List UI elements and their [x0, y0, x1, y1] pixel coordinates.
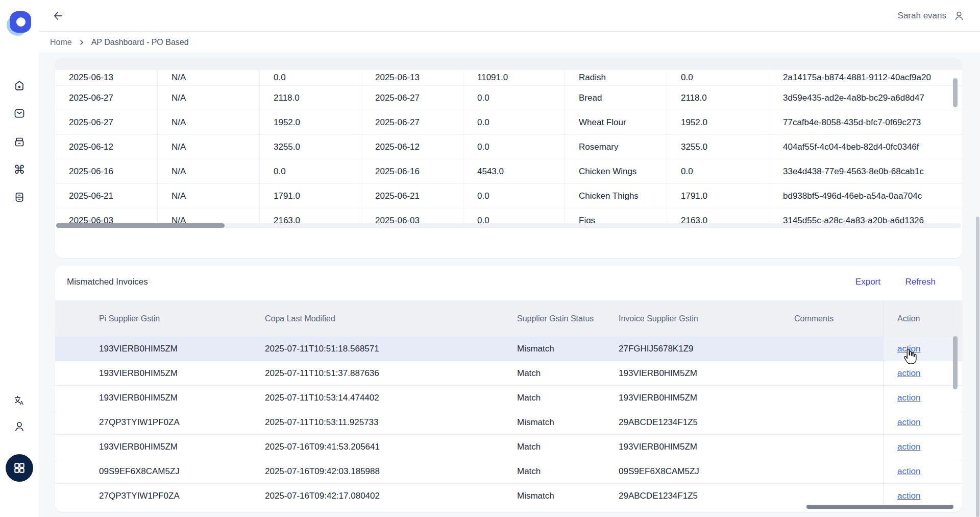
- po-cell: N/A: [158, 184, 260, 208]
- po-cell: 2118.0: [667, 86, 769, 110]
- user-name: Sarah evans: [898, 11, 946, 21]
- action-link[interactable]: action: [897, 491, 920, 501]
- po-cell: 0.0: [667, 70, 769, 85]
- person-icon[interactable]: [13, 420, 26, 433]
- po-cell: Chicken Thighs: [565, 184, 667, 208]
- status-cell: Match: [510, 386, 611, 410]
- apps-grid-icon: [13, 461, 26, 475]
- mismatched-table-header: Pi Supplier GstinCopa Last ModifiedSuppl…: [55, 300, 962, 337]
- po-cell: 3255.0: [667, 135, 769, 159]
- po-cell: 2025-06-12: [361, 135, 463, 159]
- app-launcher-button[interactable]: [6, 454, 33, 482]
- mail-icon[interactable]: [13, 107, 26, 120]
- pi-supplier-gstin-cell: 193VIERB0HIM5ZM: [55, 361, 258, 385]
- action-link[interactable]: action: [897, 368, 920, 379]
- po-cell: bd938bf5-496d-46eb-a54a-0aa704c: [769, 184, 962, 208]
- export-button[interactable]: Export: [855, 277, 880, 287]
- pagination: Prev 1 2 3 Next Page 1 100: [55, 228, 962, 258]
- po-horizontal-scrollbar[interactable]: [56, 223, 961, 228]
- po-cell: 2025-06-13: [55, 70, 158, 85]
- po-cell: 0.0: [260, 159, 361, 183]
- action-cell: action: [883, 361, 962, 385]
- action-link[interactable]: action: [897, 442, 920, 452]
- po-cell: 2025-06-21: [55, 184, 158, 208]
- action-link[interactable]: action: [897, 466, 920, 477]
- comments-cell: [782, 459, 883, 483]
- mm-column-header: Action: [883, 300, 962, 337]
- invoice-supplier-gstin-cell: 193VIERB0HIM5ZM: [611, 386, 782, 410]
- po-table-row: 2025-06-13N/A0.02025-06-1311091.0Radish0…: [55, 70, 962, 86]
- status-cell: Mismatch: [510, 410, 611, 434]
- po-hscroll-thumb[interactable]: [56, 223, 225, 228]
- status-cell: Match: [510, 459, 611, 483]
- command-icon[interactable]: ⌘: [13, 163, 26, 176]
- po-cell: 1952.0: [260, 110, 361, 134]
- action-cell: action: [883, 337, 962, 361]
- po-cell: 2025-06-16: [55, 159, 158, 183]
- copa-last-modified-cell: 2025-07-11T10:51:37.887636: [258, 361, 510, 385]
- drawer-icon[interactable]: [13, 191, 26, 203]
- po-cell: Rosemary: [565, 135, 667, 159]
- mm-table-row: 193VIERB0HIM5ZM2025-07-11T10:51:18.56857…: [55, 337, 962, 361]
- po-cell: 3255.0: [260, 135, 361, 159]
- archive-icon[interactable]: [13, 136, 26, 148]
- po-cell: N/A: [158, 135, 260, 159]
- user-menu[interactable]: Sarah evans: [898, 7, 965, 25]
- po-cell: 4543.0: [463, 159, 565, 183]
- pi-supplier-gstin-cell: 193VIERB0HIM5ZM: [55, 435, 258, 459]
- action-cell: action: [883, 435, 962, 459]
- copa-last-modified-cell: 2025-07-16T09:42:03.185988: [258, 459, 510, 483]
- status-cell: Match: [510, 435, 611, 459]
- invoice-supplier-gstin-cell: 29ABCDE1234F1Z5: [611, 410, 782, 434]
- po-cell: 2118.0: [260, 86, 361, 110]
- action-cell: action: [883, 386, 962, 410]
- invoice-supplier-gstin-cell: 27FGHIJ5678K1Z9: [611, 337, 782, 361]
- status-cell: Mismatch: [510, 484, 611, 508]
- po-cell: 0.0: [260, 70, 361, 85]
- po-cell: Bread: [565, 86, 667, 110]
- po-table-row: 2025-06-27N/A2118.02025-06-270.0Bread211…: [55, 86, 962, 110]
- breadcrumb-current: AP Dashboard - PO Based: [91, 38, 189, 47]
- po-cell: Wheat Flour: [565, 110, 667, 134]
- po-cell: 0.0: [463, 184, 565, 208]
- breadcrumb-home-link[interactable]: Home: [50, 38, 72, 47]
- svg-text:A: A: [20, 400, 24, 406]
- status-cell: Match: [510, 361, 611, 385]
- comments-cell: [782, 410, 883, 434]
- invoice-supplier-gstin-cell: 29ABCDE1234F1Z5: [611, 484, 782, 508]
- back-button[interactable]: [52, 10, 64, 22]
- brand-logo: [7, 11, 31, 36]
- po-cell: Radish: [565, 70, 667, 85]
- mm-table-row: 193VIERB0HIM5ZM2025-07-11T10:51:37.88763…: [55, 361, 962, 386]
- breadcrumb: Home AP Dashboard - PO Based: [39, 32, 980, 53]
- copa-last-modified-cell: 2025-07-11T10:51:18.568571: [258, 337, 510, 361]
- po-cell: 1791.0: [260, 184, 361, 208]
- translate-icon[interactable]: A: [13, 394, 26, 407]
- pi-supplier-gstin-cell: 27QP3TYIW1PF0ZA: [55, 410, 258, 434]
- mismatched-invoices-card: Mismatched Invoices Export Refresh Pi Su…: [55, 266, 962, 512]
- action-link[interactable]: action: [897, 393, 920, 403]
- invoice-supplier-gstin-cell: 09S9EF6X8CAM5ZJ: [611, 459, 782, 483]
- po-cell: 2025-06-12: [55, 135, 158, 159]
- po-cell: 77cafb4e-8058-435d-bfc7-0f69c273: [769, 110, 962, 134]
- mismatched-titlebar: Mismatched Invoices Export Refresh: [55, 266, 962, 300]
- app-root: ⌘ A: [0, 0, 980, 517]
- po-cell: 2025-06-27: [55, 110, 158, 134]
- invoice-supplier-gstin-cell: 193VIERB0HIM5ZM: [611, 361, 782, 385]
- action-link[interactable]: action: [897, 417, 920, 428]
- action-cell: action: [883, 410, 962, 434]
- mm-column-header: Invoice Supplier Gstin: [611, 300, 782, 337]
- mm-vertical-scrollbar-thumb[interactable]: [953, 336, 958, 389]
- po-cell: 2a14175a-b874-4881-9112-40acf9a20: [769, 70, 962, 85]
- refresh-button[interactable]: Refresh: [905, 277, 936, 287]
- action-link[interactable]: action: [897, 344, 920, 354]
- po-vertical-scrollbar-thumb[interactable]: [953, 78, 958, 107]
- copa-last-modified-cell: 2025-07-11T10:53:14.474402: [258, 386, 510, 410]
- po-cell: 0.0: [463, 110, 565, 134]
- copa-last-modified-cell: 2025-07-16T09:42:17.080402: [258, 484, 510, 508]
- po-cell: 0.0: [667, 159, 769, 183]
- home-icon[interactable]: [13, 80, 26, 92]
- page-scrollbar-thumb[interactable]: [976, 217, 979, 517]
- mm-horizontal-scrollbar-thumb[interactable]: [806, 505, 953, 509]
- po-table-row: 2025-06-16N/A0.02025-06-164543.0Chicken …: [55, 159, 962, 184]
